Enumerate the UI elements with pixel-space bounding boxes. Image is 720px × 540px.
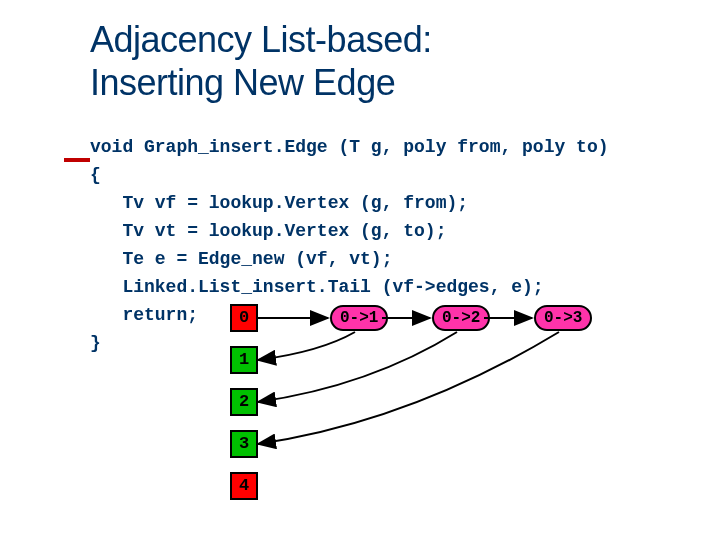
vertex-cell-0: 0 [230,304,258,332]
edge-pill-0-2: 0->2 [432,305,490,331]
edge-pill-0-3: 0->3 [534,305,592,331]
code-line: Te e = Edge_new (vf, vt); [90,249,392,269]
code-line: void Graph_insert.Edge (T g, poly from, … [90,137,608,157]
code-line: return; [90,305,198,325]
slide: Adjacency List-based: Inserting New Edge… [0,0,720,540]
vertex-cell-3: 3 [230,430,258,458]
vertex-cell-1: 1 [230,346,258,374]
code-line: Tv vt = lookup.Vertex (g, to); [90,221,446,241]
title-block: Adjacency List-based: Inserting New Edge [90,18,650,104]
code-line: Linked.List_insert.Tail (vf->edges, e); [90,277,544,297]
code-line: { [90,165,101,185]
accent-bar [64,158,90,162]
title-line-1: Adjacency List-based: [90,18,650,61]
vertex-cell-4: 4 [230,472,258,500]
vertex-cell-2: 2 [230,388,258,416]
arrows-svg [230,304,700,534]
edge-pill-0-1: 0->1 [330,305,388,331]
title-line-2: Inserting New Edge [90,61,650,104]
code-line: Tv vf = lookup.Vertex (g, from); [90,193,468,213]
code-line: } [90,333,101,353]
diagram-layer: 0 1 2 3 4 0->1 0->2 0->3 [230,304,700,534]
